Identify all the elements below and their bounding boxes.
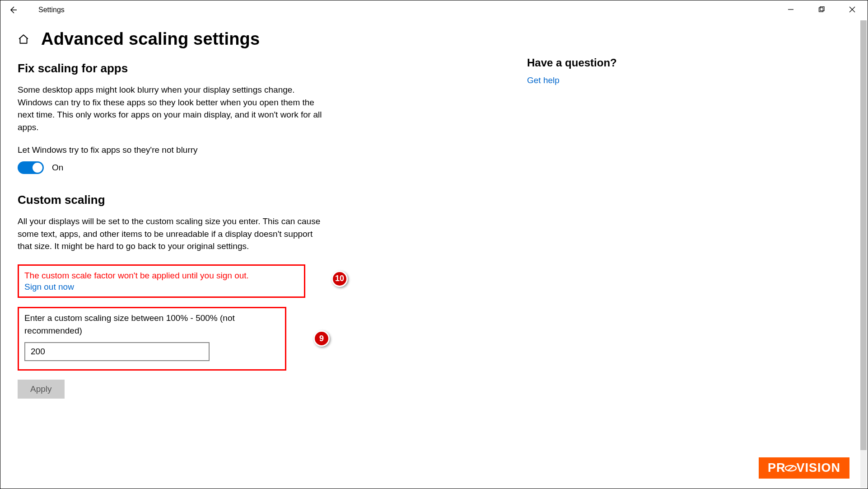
logo-text-pr: PR: [768, 461, 786, 475]
provision-logo: PR VISION: [759, 457, 849, 479]
app-title: Settings: [38, 6, 65, 14]
custom-scale-input-box: Enter a custom scaling size between 100%…: [18, 307, 286, 371]
custom-scaling-heading: Custom scaling: [18, 193, 510, 207]
scrollbar[interactable]: [860, 20, 867, 488]
window-controls: [775, 0, 868, 19]
main-column: Advanced scaling settings Fix scaling fo…: [18, 29, 510, 399]
fix-scaling-toggle-label: Let Windows try to fix apps so they're n…: [18, 145, 510, 155]
home-icon[interactable]: [18, 33, 29, 45]
fix-scaling-toggle-row: On: [18, 161, 510, 174]
custom-scale-input-label: Enter a custom scaling size between 100%…: [24, 312, 268, 337]
titlebar: Settings: [0, 0, 868, 19]
svg-rect-3: [820, 7, 824, 11]
content: Advanced scaling settings Fix scaling fo…: [0, 19, 868, 399]
signout-link[interactable]: Sign out now: [24, 282, 299, 292]
toggle-knob: [33, 163, 42, 173]
apply-button[interactable]: Apply: [18, 380, 65, 399]
have-a-question-heading: Have a question?: [527, 56, 617, 69]
page-header: Advanced scaling settings: [18, 29, 510, 49]
scrollbar-thumb[interactable]: [860, 20, 867, 450]
get-help-link[interactable]: Get help: [527, 75, 617, 85]
close-button[interactable]: [837, 0, 868, 19]
svg-rect-2: [819, 8, 823, 12]
side-column: Have a question? Get help: [527, 29, 617, 399]
fix-scaling-toggle-state: On: [52, 163, 63, 173]
logo-text-vision: VISION: [796, 461, 840, 475]
annotation-badge-10: 10: [331, 271, 348, 287]
minimize-button[interactable]: [775, 0, 806, 19]
fix-scaling-toggle[interactable]: [18, 161, 44, 174]
custom-scaling-description: All your displays will be set to the cus…: [18, 215, 325, 253]
maximize-button[interactable]: [806, 0, 837, 19]
page-title: Advanced scaling settings: [41, 29, 260, 49]
fix-scaling-description: Some desktop apps might look blurry when…: [18, 84, 325, 133]
annotation-badge-9: 9: [313, 330, 330, 347]
custom-scale-input[interactable]: [24, 342, 210, 361]
back-icon[interactable]: [9, 5, 18, 14]
signout-warning-text: The custom scale factor won't be applied…: [24, 269, 299, 282]
signout-warning-box: The custom scale factor won't be applied…: [18, 264, 305, 298]
fix-scaling-heading: Fix scaling for apps: [18, 61, 510, 75]
